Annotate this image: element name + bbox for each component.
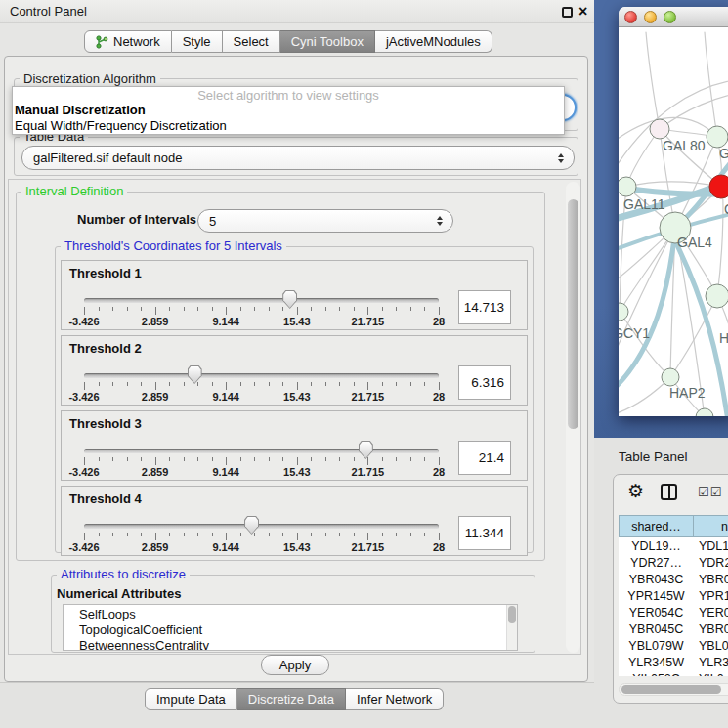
attribute-item[interactable]: TopologicalCoefficient [79, 622, 517, 638]
algorithm-popup: Select algorithm to view settings Manual… [12, 86, 565, 135]
tab-infer-network[interactable]: Infer Network [346, 688, 444, 710]
table-row[interactable]: YBR045CYBR0 [619, 621, 728, 637]
control-panel-titlebar: Control Panel [0, 0, 594, 23]
column-header[interactable]: shared… [619, 515, 694, 537]
tab-select[interactable]: Select [223, 30, 280, 53]
threshold-label: Threshold 1 [69, 266, 142, 280]
scrollbar-thumb[interactable] [568, 199, 578, 429]
apply-button[interactable]: Apply [261, 655, 329, 675]
table-cell[interactable]: YLR345W [619, 654, 694, 670]
tab-network[interactable]: Network [84, 30, 172, 53]
table-cell[interactable]: YBR0 [694, 571, 728, 587]
table-cell[interactable]: YIL0 [694, 670, 728, 676]
threshold-value-field[interactable]: 11.344 [458, 516, 511, 550]
tick-mark [269, 307, 270, 311]
table-cell[interactable]: YBL079W [619, 637, 694, 654]
threshold-value-field[interactable]: 6.316 [458, 365, 511, 400]
vertical-scrollbar[interactable] [566, 182, 580, 653]
network-canvas[interactable]: GAL80GCGAL11GAL4GCY1HHAP2 [619, 28, 728, 416]
tick-mark [424, 533, 425, 536]
slider-track[interactable] [84, 449, 439, 453]
threshold-value-field[interactable]: 21.4 [458, 441, 511, 475]
attributes-list-scrollbar[interactable] [506, 605, 517, 650]
table-row[interactable]: YIL052CYIL0 [619, 670, 728, 676]
algorithm-option-manual[interactable]: Manual Discretization [13, 103, 564, 118]
table-row[interactable]: YDR27…YDR2 [619, 554, 728, 571]
network-window-titlebar[interactable] [619, 7, 728, 27]
attribute-item[interactable]: SelfLoops [79, 607, 517, 622]
tick-mark [354, 382, 355, 386]
table-cell[interactable]: YLR3 [694, 654, 728, 670]
zoom-traffic-light-icon[interactable] [664, 11, 676, 23]
network-node-g[interactable]: G [707, 126, 728, 161]
float-window-icon[interactable] [562, 7, 573, 18]
tab-label: Impute Data [156, 692, 226, 707]
network-node-gal4[interactable]: GAL4 [660, 212, 712, 250]
table-row[interactable]: YBR043CYBR0 [619, 571, 728, 587]
table-row[interactable]: YER054CYER0 [619, 604, 728, 621]
tab-jactivemnodules[interactable]: jActiveMNodules [375, 30, 492, 53]
algorithm-option-equal-width[interactable]: Equal Width/Frequency Discretization [13, 118, 564, 134]
table-cell[interactable]: YER054C [619, 604, 694, 621]
scrollbar-thumb[interactable] [621, 685, 721, 694]
tick-label: -3.426 [68, 316, 99, 327]
columns-icon[interactable] [661, 484, 677, 500]
table-data-combobox[interactable]: galFiltered.sif default node [21, 146, 575, 170]
tick-mark [254, 533, 255, 536]
threshold-value-field[interactable]: 14.713 [458, 290, 511, 324]
tick-mark [382, 533, 383, 536]
tick-mark [155, 457, 156, 465]
scrollbar-thumb[interactable] [508, 606, 516, 623]
tick-mark [99, 382, 100, 386]
slider-ticks [84, 307, 439, 316]
table-row[interactable]: YDL19…YDL1 [619, 537, 728, 554]
tick-mark [84, 533, 85, 540]
table-row[interactable]: YPR145WYPR1 [619, 587, 728, 604]
network-node-gal80[interactable]: GAL80 [650, 119, 706, 153]
tick-mark [127, 457, 128, 461]
column-header[interactable]: na [693, 515, 728, 537]
tick-mark [155, 307, 156, 315]
tick-mark [155, 533, 156, 540]
number-of-intervals-combobox[interactable]: 5 [197, 209, 453, 233]
tick-mark [439, 457, 440, 465]
table-cell[interactable]: YPR145W [619, 587, 694, 604]
tab-style[interactable]: Style [172, 30, 223, 53]
tick-mark [197, 457, 198, 461]
tab-discretize-data[interactable]: Discretize Data [237, 688, 346, 710]
gear-icon[interactable]: ⚙ [627, 480, 644, 502]
slider-ticks [84, 533, 439, 541]
table-cell[interactable]: YDR2 [694, 554, 728, 571]
table-cell[interactable]: YBR045C [619, 621, 694, 637]
tick-mark [169, 533, 170, 536]
table-cell[interactable]: YBR0 [694, 621, 728, 637]
slider-track[interactable] [84, 298, 439, 303]
tick-label: 21.715 [352, 316, 385, 327]
table-row[interactable]: YLR345WYLR3 [619, 654, 728, 670]
attribute-item[interactable]: BetweennessCentrality [79, 638, 517, 651]
slider-ticks [84, 382, 439, 391]
table-cell[interactable]: YDL19… [619, 537, 694, 554]
slider-track[interactable] [84, 524, 439, 529]
slider-track[interactable] [84, 373, 439, 378]
table-cell[interactable]: YPR1 [694, 587, 728, 604]
table-cell[interactable]: YDR27… [619, 554, 694, 571]
minimize-traffic-light-icon[interactable] [644, 11, 657, 23]
horizontal-scrollbar[interactable] [619, 683, 728, 696]
table-cell[interactable]: YIL052C [619, 670, 694, 676]
table-cell[interactable]: YDL1 [694, 537, 728, 554]
tab-cyni-toolbox[interactable]: Cyni Toolbox [280, 30, 375, 53]
table-cell[interactable]: YBL0 [694, 637, 728, 654]
tick-label: 2.859 [142, 541, 169, 553]
close-icon[interactable]: × [578, 3, 587, 21]
table-row[interactable]: YBL079WYBL0 [619, 637, 728, 654]
close-traffic-light-icon[interactable] [624, 11, 637, 23]
table-cell[interactable]: YBR043C [619, 571, 694, 587]
panel-title: Control Panel [10, 4, 87, 19]
network-node[interactable] [696, 408, 713, 416]
tick-mark [367, 457, 368, 465]
select-columns-checkbox-icons[interactable]: ☑☑ [698, 485, 722, 499]
slider-tick-labels: -3.4262.8599.14415.4321.71528 [84, 541, 439, 555]
tab-impute-data[interactable]: Impute Data [145, 688, 237, 710]
table-cell[interactable]: YER0 [694, 604, 728, 621]
